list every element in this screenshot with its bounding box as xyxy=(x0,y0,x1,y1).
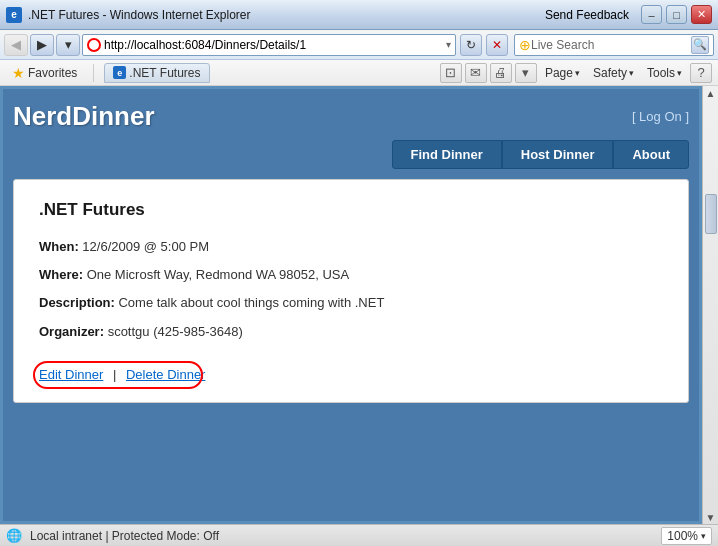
address-dropdown-icon[interactable]: ▾ xyxy=(446,39,451,50)
content-box: .NET Futures When: 12/6/2009 @ 5:00 PM W… xyxy=(13,179,689,403)
action-separator: | xyxy=(113,367,116,382)
when-label: When: xyxy=(39,239,79,254)
print-icon[interactable]: 🖨 xyxy=(490,63,512,83)
window-title: .NET Futures - Windows Internet Explorer xyxy=(28,8,251,22)
forward-button[interactable]: ▶ xyxy=(30,34,54,56)
site-title: NerdDinner xyxy=(13,101,155,132)
host-dinner-nav[interactable]: Host Dinner xyxy=(502,140,614,169)
back-button[interactable]: ◀ xyxy=(4,34,28,56)
send-feedback-link[interactable]: Send Feedback xyxy=(545,8,629,22)
status-zone-text: Local intranet | Protected Mode: Off xyxy=(30,529,653,543)
about-nav[interactable]: About xyxy=(613,140,689,169)
logon-suffix: ] xyxy=(682,109,689,124)
delete-dinner-link[interactable]: Delete Dinner xyxy=(126,367,206,382)
title-bar: e .NET Futures - Windows Internet Explor… xyxy=(0,0,718,30)
where-label: Where: xyxy=(39,267,83,282)
rss-icon[interactable]: ⊡ xyxy=(440,63,462,83)
dropdown-button[interactable]: ▾ xyxy=(56,34,80,56)
mail-icon[interactable]: ✉ xyxy=(465,63,487,83)
site-wrapper: NerdDinner [ Log On ] Find Dinner Host D… xyxy=(3,89,699,521)
help-icon[interactable]: ? xyxy=(690,63,712,83)
star-icon: ★ xyxy=(12,65,25,81)
page-area: NerdDinner [ Log On ] Find Dinner Host D… xyxy=(0,86,702,524)
favorites-button[interactable]: ★ Favorites xyxy=(6,62,83,84)
description-row: Description: Come talk about cool things… xyxy=(39,294,663,312)
scroll-up-button[interactable]: ▲ xyxy=(704,86,718,100)
dinner-title: .NET Futures xyxy=(39,200,663,220)
search-area[interactable]: ⊕ Live Search 🔍 xyxy=(514,34,714,56)
page-button[interactable]: Page▾ xyxy=(540,64,585,82)
scrollbar[interactable]: ▲ ▼ xyxy=(702,86,718,524)
page-arrow-icon: ▾ xyxy=(575,68,580,78)
stop-button[interactable]: ✕ xyxy=(486,34,508,56)
active-tab[interactable]: e .NET Futures xyxy=(104,63,209,83)
edit-dinner-link[interactable]: Edit Dinner xyxy=(39,367,103,382)
organizer-label: Organizer: xyxy=(39,324,104,339)
when-value: 12/6/2009 @ 5:00 PM xyxy=(82,239,209,254)
tools-button[interactable]: Tools▾ xyxy=(642,64,687,82)
safety-arrow-icon: ▾ xyxy=(629,68,634,78)
site-nav: Find Dinner Host Dinner About xyxy=(13,140,689,169)
description-label: Description: xyxy=(39,295,115,310)
restore-button[interactable]: □ xyxy=(666,5,687,24)
toolbar-icons: ⊡ ✉ 🖨 ▾ Page▾ Safety▾ Tools▾ ? xyxy=(440,63,712,83)
refresh-button[interactable]: ↻ xyxy=(460,34,482,56)
address-circle-icon xyxy=(87,38,101,52)
status-globe-icon: 🌐 xyxy=(6,528,22,543)
organizer-value: scottgu (425-985-3648) xyxy=(108,324,243,339)
title-bar-left: e .NET Futures - Windows Internet Explor… xyxy=(6,7,251,23)
favorites-bar: ★ Favorites e .NET Futures ⊡ ✉ 🖨 ▾ Page▾… xyxy=(0,60,718,86)
tab-label: .NET Futures xyxy=(129,66,200,80)
print-dropdown-icon[interactable]: ▾ xyxy=(515,63,537,83)
address-text: http://localhost:6084/Dinners/Details/1 xyxy=(104,38,444,52)
zoom-control[interactable]: 100% ▾ xyxy=(661,527,712,545)
where-row: Where: One Microsft Way, Redmond WA 9805… xyxy=(39,266,663,284)
search-placeholder-text: Live Search xyxy=(531,38,691,52)
zoom-arrow-icon: ▾ xyxy=(701,531,706,541)
scroll-down-button[interactable]: ▼ xyxy=(704,510,718,524)
title-bar-right: Send Feedback – □ ✕ xyxy=(545,5,712,24)
search-go-button[interactable]: 🔍 xyxy=(691,36,709,54)
where-value: One Microsft Way, Redmond WA 98052, USA xyxy=(87,267,350,282)
dinner-actions: Edit Dinner | Delete Dinner xyxy=(39,367,205,382)
status-bar: 🌐 Local intranet | Protected Mode: Off 1… xyxy=(0,524,718,546)
when-row: When: 12/6/2009 @ 5:00 PM xyxy=(39,238,663,256)
tools-arrow-icon: ▾ xyxy=(677,68,682,78)
scroll-thumb[interactable] xyxy=(705,194,717,234)
zoom-value: 100% xyxy=(667,529,698,543)
site-header: NerdDinner [ Log On ] xyxy=(13,89,689,140)
minimize-button[interactable]: – xyxy=(641,5,662,24)
organizer-row: Organizer: scottgu (425-985-3648) xyxy=(39,323,663,341)
close-button[interactable]: ✕ xyxy=(691,5,712,24)
logon-link[interactable]: Log On xyxy=(639,109,682,124)
ie-icon: e xyxy=(6,7,22,23)
safety-button[interactable]: Safety▾ xyxy=(588,64,639,82)
favorites-label: Favorites xyxy=(28,66,77,80)
description-value: Come talk about cool things coming with … xyxy=(118,295,384,310)
site-logon: [ Log On ] xyxy=(632,109,689,124)
tab-icon: e xyxy=(113,66,126,79)
divider xyxy=(93,64,94,82)
ie-search-icon: ⊕ xyxy=(519,37,531,53)
browser-content: NerdDinner [ Log On ] Find Dinner Host D… xyxy=(0,86,718,524)
find-dinner-nav[interactable]: Find Dinner xyxy=(392,140,502,169)
address-bar[interactable]: http://localhost:6084/Dinners/Details/1 … xyxy=(82,34,456,56)
nav-bar: ◀ ▶ ▾ http://localhost:6084/Dinners/Deta… xyxy=(0,30,718,60)
tab-area: e .NET Futures xyxy=(104,63,209,83)
